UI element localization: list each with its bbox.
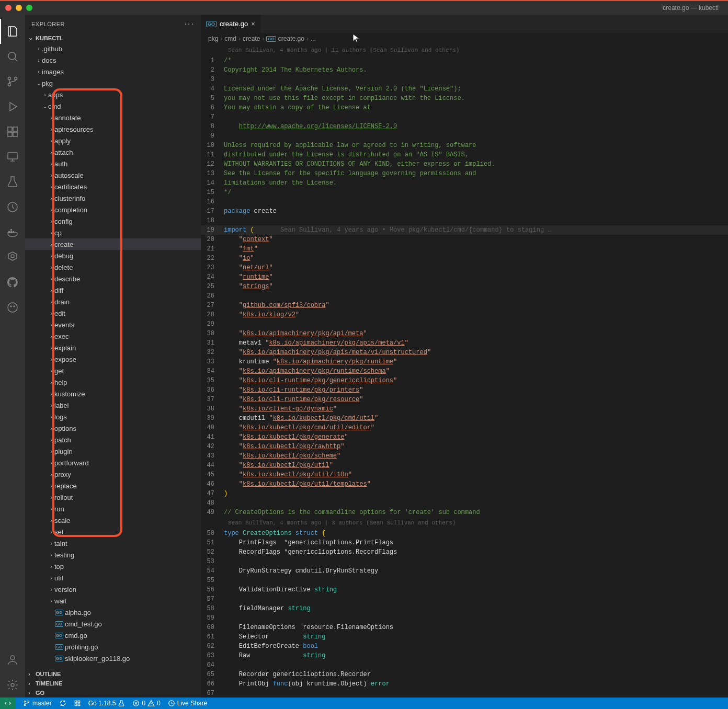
tree-item-edit[interactable]: ›edit [25, 307, 201, 319]
code-line[interactable]: 66 PrintObj func(obj kruntime.Object) er… [201, 679, 728, 689]
github-icon[interactable] [0, 270, 25, 295]
tree-item-cmd-test-go[interactable]: GOcmd_test.go [25, 618, 201, 630]
go-tools-icon[interactable] [74, 700, 81, 707]
timeline-section-header[interactable]: › TIMELINE [25, 679, 201, 688]
source-control-icon[interactable] [0, 69, 25, 94]
code-line[interactable]: 38 "k8s.io/client-go/dynamic" [201, 404, 728, 414]
outline-section-header[interactable]: › OUTLINE [25, 669, 201, 679]
code-line[interactable]: 30 "k8s.io/apimachinery/pkg/api/meta" [201, 329, 728, 338]
code-line[interactable]: 42 "k8s.io/kubectl/pkg/rawhttp" [201, 442, 728, 451]
code-line[interactable]: 50type CreateOptions struct { [201, 529, 728, 538]
tree-item-set[interactable]: ›set [25, 526, 201, 538]
golang-activity-icon[interactable] [0, 295, 25, 320]
tree-item-rollout[interactable]: ›rollout [25, 491, 201, 503]
code-line[interactable]: 58 fieldManager string [201, 604, 728, 613]
tree-item-apiresources[interactable]: ›apiresources [25, 123, 201, 135]
tree-item-drain[interactable]: ›drain [25, 296, 201, 307]
tree-item-cmd[interactable]: ⌄cmd [25, 100, 201, 112]
tree-item-wait[interactable]: ›wait [25, 595, 201, 607]
code-line[interactable]: 11distributed under the License is distr… [201, 150, 728, 159]
tree-item-apply[interactable]: ›apply [25, 135, 201, 146]
close-window-button[interactable] [5, 5, 12, 11]
code-line[interactable]: 43 "k8s.io/kubectl/pkg/scheme" [201, 451, 728, 461]
tree-item-help[interactable]: ›help [25, 376, 201, 388]
sync-button[interactable] [59, 700, 66, 707]
tree-item-annotate[interactable]: ›annotate [25, 112, 201, 123]
code-line[interactable]: 40 "k8s.io/kubectl/pkg/cmd/util/editor" [201, 423, 728, 432]
tree-item-run[interactable]: ›run [25, 503, 201, 514]
tree-item-patch[interactable]: ›patch [25, 434, 201, 445]
code-line[interactable]: 37 "k8s.io/cli-runtime/pkg/resource" [201, 395, 728, 404]
tree-item-clusterinfo[interactable]: ›clusterinfo [25, 192, 201, 204]
gitlens-authors[interactable]: Sean Sullivan, 4 months ago | 11 authors… [201, 44, 728, 56]
tree-item-top[interactable]: ›top [25, 561, 201, 572]
code-line[interactable]: 36 "k8s.io/cli-runtime/pkg/printers" [201, 385, 728, 395]
tree-item--github[interactable]: ›.github [25, 43, 201, 54]
code-line[interactable]: 47) [201, 489, 728, 498]
file-tree[interactable]: ›.github›docs›images⌄pkg›apps⌄cmd›annota… [25, 43, 201, 669]
tree-item-describe[interactable]: ›describe [25, 273, 201, 284]
tree-item-auth[interactable]: ›auth [25, 158, 201, 169]
tree-item-autoscale[interactable]: ›autoscale [25, 169, 201, 181]
code-line[interactable]: 14limitations under the License. [201, 178, 728, 188]
code-line[interactable]: 12WITHOUT WARRANTIES OR CONDITIONS OF AN… [201, 159, 728, 169]
code-line[interactable]: 56 ValidationDirective string [201, 585, 728, 594]
tree-item-version[interactable]: ›version [25, 584, 201, 595]
maximize-window-button[interactable] [26, 5, 32, 11]
tree-item-pkg[interactable]: ⌄pkg [25, 77, 201, 89]
tree-item-testing[interactable]: ›testing [25, 549, 201, 561]
code-line[interactable]: 26 [201, 291, 728, 301]
project-section-header[interactable]: ⌄ KUBECTL [25, 33, 201, 43]
go-version[interactable]: Go 1.18.5 [88, 700, 126, 707]
tree-item-label[interactable]: ›label [25, 399, 201, 411]
code-line[interactable]: 49// CreateOptions is the commandline op… [201, 508, 728, 517]
code-line[interactable]: 67 [201, 689, 728, 697]
breadcrumb[interactable]: pkg› cmd› create› GO create.go› ... [201, 33, 728, 44]
code-line[interactable]: 13See the License for the specific langu… [201, 169, 728, 178]
live-share[interactable]: Live Share [168, 700, 207, 707]
code-line[interactable]: 23 "net/url" [201, 263, 728, 272]
remote-explorer-icon[interactable] [0, 144, 25, 169]
git-branch[interactable]: master [23, 700, 52, 707]
code-line[interactable]: 21 "fmt" [201, 244, 728, 254]
code-line[interactable]: 9 [201, 131, 728, 141]
explorer-icon[interactable] [0, 19, 25, 44]
code-line[interactable]: 41 "k8s.io/kubectl/pkg/generate" [201, 432, 728, 442]
tab-create-go[interactable]: GO create.go × [201, 15, 260, 33]
tree-item-portforward[interactable]: ›portforward [25, 457, 201, 468]
tree-item-util[interactable]: ›util [25, 572, 201, 584]
tree-item-docs[interactable]: ›docs [25, 54, 201, 66]
code-line[interactable]: 27 "github.com/spf13/cobra" [201, 301, 728, 310]
tree-item-replace[interactable]: ›replace [25, 480, 201, 491]
tree-item-skiplookerr-go118-go[interactable]: GOskiplookerr_go118.go [25, 653, 201, 664]
code-line[interactable]: 59 [201, 613, 728, 623]
extensions-icon[interactable] [0, 119, 25, 144]
docker-icon[interactable] [0, 220, 25, 245]
code-line[interactable]: 35 "k8s.io/cli-runtime/pkg/genericcliopt… [201, 376, 728, 385]
minimize-window-button[interactable] [16, 5, 22, 11]
code-line[interactable]: 4Licensed under the Apache License, Vers… [201, 84, 728, 94]
tree-item-kustomize[interactable]: ›kustomize [25, 388, 201, 399]
tree-item-expose[interactable]: ›expose [25, 353, 201, 365]
code-line[interactable]: 3 [201, 75, 728, 84]
tree-item-plugin[interactable]: ›plugin [25, 445, 201, 457]
code-line[interactable]: 61 Selector string [201, 632, 728, 642]
code-line[interactable]: 31 metav1 "k8s.io/apimachinery/pkg/apis/… [201, 338, 728, 348]
tree-item-get[interactable]: ›get [25, 365, 201, 376]
code-line[interactable]: 64 [201, 660, 728, 670]
tree-item-completion[interactable]: ›completion [25, 204, 201, 215]
tree-item-cmd-go[interactable]: GOcmd.go [25, 630, 201, 641]
tree-item-logs[interactable]: ›logs [25, 411, 201, 422]
code-line[interactable]: 57 [201, 594, 728, 604]
code-line[interactable]: 20 "context" [201, 235, 728, 244]
code-line[interactable]: 15*/ [201, 188, 728, 197]
code-line[interactable]: 55 [201, 576, 728, 585]
problems[interactable]: 0 0 [132, 700, 160, 707]
code-line[interactable]: 65 Recorder genericclioptions.Recorder [201, 670, 728, 679]
code-line[interactable]: 25 "strings" [201, 282, 728, 291]
tree-item-explain[interactable]: ›explain [25, 342, 201, 353]
close-tab-icon[interactable]: × [251, 20, 255, 28]
tree-item-alpha-go[interactable]: GOalpha.go [25, 607, 201, 618]
code-line[interactable]: 63 Raw string [201, 651, 728, 660]
code-line[interactable]: 48 [201, 498, 728, 508]
